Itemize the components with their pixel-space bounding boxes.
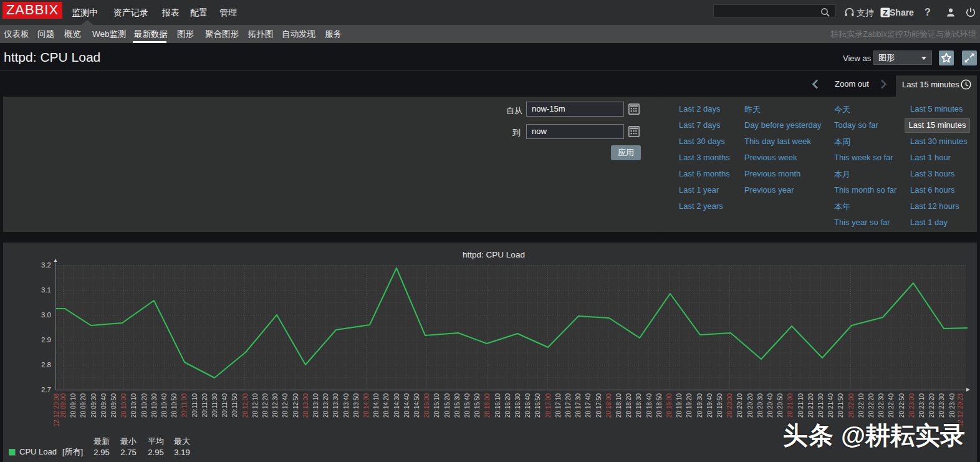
svg-text:20:11:30: 20:11:30 <box>211 393 218 418</box>
svg-text:20:23:30: 20:23:30 <box>938 393 945 418</box>
svg-text:20:19:50: 20:19:50 <box>716 393 723 418</box>
svg-text:20:15:00: 20:15:00 <box>423 393 430 418</box>
svg-text:20:17:20: 20:17:20 <box>565 393 572 418</box>
svg-text:3.0: 3.0 <box>41 311 51 319</box>
svg-text:最新: 最新 <box>94 436 110 446</box>
svg-text:20:19:00: 20:19:00 <box>666 393 673 418</box>
svg-text:2.75: 2.75 <box>120 448 136 457</box>
svg-text:20:15:20: 20:15:20 <box>444 393 451 418</box>
svg-text:20:13:50: 20:13:50 <box>353 393 360 418</box>
svg-text:20:12:30: 20:12:30 <box>272 393 279 418</box>
svg-text:20:10:10: 20:10:10 <box>130 393 137 418</box>
svg-text:20:20:50: 20:20:50 <box>777 393 784 418</box>
svg-text:20:10:20: 20:10:20 <box>141 393 148 418</box>
svg-text:20:16:40: 20:16:40 <box>524 393 531 418</box>
svg-text:20:22:30: 20:22:30 <box>878 393 885 418</box>
svg-text:20:11:50: 20:11:50 <box>231 393 238 418</box>
svg-text:20:16:10: 20:16:10 <box>494 393 501 418</box>
svg-text:20:16:20: 20:16:20 <box>504 393 511 418</box>
svg-text:20:23:20: 20:23:20 <box>928 393 935 418</box>
svg-text:20:10:50: 20:10:50 <box>171 393 178 418</box>
svg-text:20:20:30: 20:20:30 <box>757 393 764 418</box>
svg-text:20:15:50: 20:15:50 <box>474 393 481 418</box>
svg-text:20:20:10: 20:20:10 <box>736 393 743 418</box>
svg-text:20:21:20: 20:21:20 <box>807 393 814 418</box>
svg-text:20:14:20: 20:14:20 <box>383 393 390 418</box>
svg-text:20:18:40: 20:18:40 <box>646 393 653 418</box>
svg-text:20:15:40: 20:15:40 <box>464 393 471 418</box>
svg-text:3.19: 3.19 <box>174 448 190 457</box>
svg-text:最大: 最大 <box>174 436 190 446</box>
svg-text:最小: 最小 <box>120 436 137 446</box>
svg-text:20:19:20: 20:19:20 <box>686 393 693 418</box>
svg-text:20:09:00: 20:09:00 <box>60 393 67 418</box>
svg-text:20:09:10: 20:09:10 <box>70 393 77 418</box>
svg-text:20:09:40: 20:09:40 <box>100 393 107 418</box>
svg-text:20:17:30: 20:17:30 <box>575 393 582 418</box>
svg-text:20:19:10: 20:19:10 <box>676 393 683 418</box>
svg-text:3.1: 3.1 <box>41 286 51 294</box>
svg-text:20:17:00: 20:17:00 <box>545 393 552 418</box>
svg-text:20:21:00: 20:21:00 <box>787 393 794 418</box>
svg-text:20:16:30: 20:16:30 <box>514 393 521 418</box>
svg-text:20:09:50: 20:09:50 <box>110 393 117 418</box>
svg-text:20:11:40: 20:11:40 <box>221 393 228 418</box>
svg-text:20:11:20: 20:11:20 <box>201 393 208 418</box>
svg-text:20:22:20: 20:22:20 <box>868 393 875 418</box>
svg-text:20:10:30: 20:10:30 <box>151 393 158 418</box>
svg-text:20:21:10: 20:21:10 <box>797 393 804 418</box>
svg-text:12-12 20:08: 12-12 20:08 <box>53 393 60 427</box>
svg-text:20:23:40: 20:23:40 <box>949 393 956 418</box>
svg-text:20:16:50: 20:16:50 <box>534 393 541 418</box>
svg-text:20:19:40: 20:19:40 <box>706 393 713 418</box>
svg-text:20:23:10: 20:23:10 <box>918 393 925 418</box>
svg-text:3.2: 3.2 <box>41 261 51 269</box>
svg-text:20:13:40: 20:13:40 <box>343 393 350 418</box>
svg-text:20:09:30: 20:09:30 <box>90 393 97 418</box>
svg-text:2.9: 2.9 <box>41 336 51 344</box>
svg-text:20:21:30: 20:21:30 <box>817 393 824 418</box>
svg-text:[所有]: [所有] <box>62 447 83 456</box>
svg-text:20:20:40: 20:20:40 <box>767 393 774 418</box>
svg-text:20:12:20: 20:12:20 <box>262 393 269 418</box>
svg-text:20:13:30: 20:13:30 <box>332 393 339 418</box>
svg-text:20:14:40: 20:14:40 <box>403 393 410 418</box>
svg-text:2.95: 2.95 <box>94 448 109 457</box>
svg-text:2.95: 2.95 <box>148 448 163 457</box>
svg-text:20:12:50: 20:12:50 <box>292 393 299 418</box>
svg-text:20:12:10: 20:12:10 <box>252 393 259 418</box>
svg-text:CPU Load: CPU Load <box>19 447 57 456</box>
svg-text:httpd: CPU Load: httpd: CPU Load <box>463 250 525 259</box>
svg-text:Z: Z <box>883 8 888 17</box>
svg-text:20:14:50: 20:14:50 <box>413 393 420 418</box>
svg-text:20:10:40: 20:10:40 <box>161 393 168 418</box>
svg-text:20:21:50: 20:21:50 <box>837 393 844 418</box>
svg-text:20:20:20: 20:20:20 <box>747 393 754 418</box>
svg-text:20:17:40: 20:17:40 <box>585 393 592 418</box>
svg-text:20:10:00: 20:10:00 <box>120 393 127 418</box>
svg-text:20:22:40: 20:22:40 <box>888 393 895 418</box>
svg-text:20:13:00: 20:13:00 <box>302 393 309 418</box>
svg-text:20:14:30: 20:14:30 <box>393 393 400 418</box>
svg-text:20:22:10: 20:22:10 <box>858 393 865 418</box>
svg-text:20:14:10: 20:14:10 <box>373 393 380 418</box>
svg-text:20:23:00: 20:23:00 <box>908 393 915 418</box>
svg-text:20:15:10: 20:15:10 <box>433 393 440 418</box>
svg-text:20:11:00: 20:11:00 <box>181 393 188 418</box>
svg-text:20:15:30: 20:15:30 <box>454 393 461 418</box>
svg-text:20:22:00: 20:22:00 <box>848 393 855 418</box>
svg-text:20:13:20: 20:13:20 <box>322 393 329 418</box>
svg-text:平均: 平均 <box>148 436 164 446</box>
svg-text:20:17:50: 20:17:50 <box>595 393 602 418</box>
svg-text:20:11:10: 20:11:10 <box>191 393 198 418</box>
svg-text:2.8: 2.8 <box>41 361 51 368</box>
svg-text:20:09:20: 20:09:20 <box>80 393 87 418</box>
svg-text:20:18:30: 20:18:30 <box>635 393 642 418</box>
svg-text:20:18:50: 20:18:50 <box>656 393 663 418</box>
svg-text:20:16:00: 20:16:00 <box>484 393 491 418</box>
svg-text:20:17:10: 20:17:10 <box>555 393 562 418</box>
svg-text:20:13:10: 20:13:10 <box>312 393 319 418</box>
svg-text:20:12:40: 20:12:40 <box>282 393 289 418</box>
svg-text:20:20:00: 20:20:00 <box>726 393 733 418</box>
svg-text:20:18:20: 20:18:20 <box>625 393 632 418</box>
